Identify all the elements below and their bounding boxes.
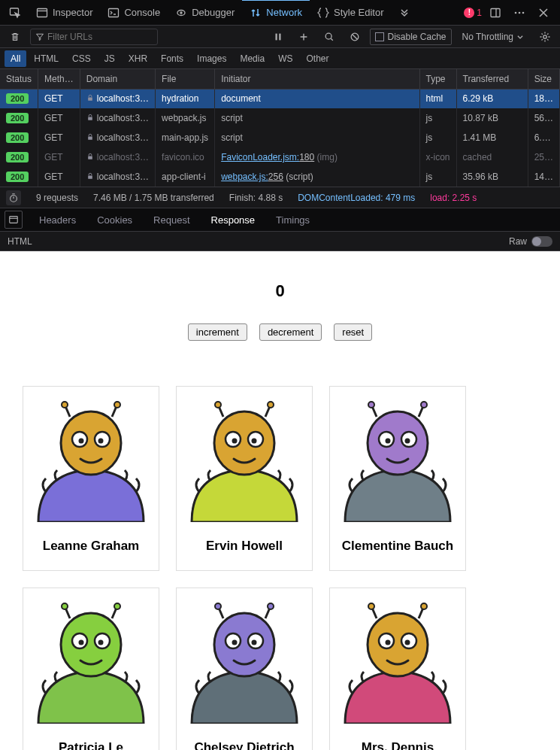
tab-debugger[interactable]: Debugger — [168, 0, 242, 26]
cell-size: 56… — [528, 108, 559, 128]
table-row[interactable]: 200GETlocalhost:3…favicon.icoFaviconLoad… — [0, 147, 560, 167]
tab-console[interactable]: Console — [100, 0, 168, 26]
meatball-button[interactable] — [509, 2, 530, 23]
filter-css[interactable]: CSS — [66, 50, 97, 67]
tab-picker[interactable] — [2, 0, 29, 26]
user-card[interactable]: Chelsey Dietrich — [176, 588, 313, 750]
col-initiator[interactable]: Initiator — [215, 69, 419, 89]
decrement-button[interactable]: decrement — [259, 323, 322, 341]
col-status[interactable]: Status — [0, 69, 38, 89]
response-type-label: HTML — [8, 236, 32, 247]
filter-fonts[interactable]: Fonts — [155, 50, 189, 67]
tab-styleeditor[interactable]: Style Editor — [310, 0, 391, 26]
cell-transferred: 35.96 kB — [456, 167, 528, 187]
devtools-tabs: Inspector Console Debugger Network Style… — [0, 0, 560, 26]
svg-point-28 — [114, 402, 120, 408]
col-file[interactable]: File — [156, 69, 215, 89]
search-icon — [324, 32, 334, 42]
svg-point-30 — [214, 411, 274, 475]
gear-icon — [539, 31, 551, 43]
svg-rect-17 — [88, 156, 92, 159]
status-badge: 200 — [6, 132, 29, 143]
filter-html[interactable]: HTML — [28, 50, 65, 67]
table-row[interactable]: 200GETlocalhost:3…webpack.jsscriptjs10.8… — [0, 108, 560, 128]
svg-point-66 — [405, 640, 410, 645]
close-icon — [537, 7, 549, 19]
detail-tab-timings[interactable]: Timings — [267, 210, 319, 230]
filter-ws[interactable]: WS — [272, 50, 298, 67]
svg-point-22 — [61, 411, 121, 475]
user-card[interactable]: Patricia Le — [23, 588, 159, 750]
detail-tab-cookies[interactable]: Cookies — [88, 210, 141, 230]
filter-xhr[interactable]: XHR — [123, 50, 153, 67]
cell-type: js — [419, 128, 456, 147]
initiator-link[interactable]: FaviconLoader.jsm: — [221, 152, 299, 162]
toggle-details-button[interactable] — [5, 211, 23, 229]
user-card[interactable]: Clementine Bauch — [329, 386, 466, 571]
svg-point-26 — [98, 439, 104, 444]
clear-button[interactable] — [5, 26, 26, 47]
user-card[interactable]: Ervin Howell — [176, 386, 313, 571]
disable-cache-toggle[interactable]: Disable Cache — [370, 29, 451, 45]
block-icon — [350, 32, 360, 42]
tab-inspector[interactable]: Inspector — [29, 0, 100, 26]
user-card[interactable]: Mrs. Dennis — [329, 588, 466, 750]
pause-icon — [273, 32, 283, 42]
col-domain[interactable]: Domain — [80, 69, 155, 89]
add-button[interactable] — [293, 26, 314, 47]
svg-point-43 — [368, 402, 374, 408]
svg-point-35 — [215, 402, 221, 408]
close-button[interactable] — [533, 2, 554, 23]
tab-overflow[interactable] — [391, 0, 418, 26]
cell-initiator: FaviconLoader.jsm:180 (img) — [215, 147, 419, 167]
increment-button[interactable]: increment — [188, 323, 247, 341]
reset-button[interactable]: reset — [334, 323, 372, 341]
raw-label: Raw — [509, 236, 527, 247]
perf-button[interactable] — [6, 190, 21, 205]
filter-urls-input[interactable] — [47, 32, 153, 42]
throttling-select[interactable]: No Throttling — [456, 32, 530, 42]
col-type[interactable]: Type — [419, 69, 456, 89]
cell-file: webpack.js — [156, 108, 215, 128]
col-method[interactable]: Meth… — [38, 69, 80, 89]
col-size[interactable]: Size — [528, 69, 559, 89]
detail-tab-response[interactable]: Response — [202, 210, 265, 230]
tab-network[interactable]: Network — [242, 0, 310, 25]
inspector-icon — [36, 7, 48, 19]
pause-button[interactable] — [268, 26, 289, 47]
filter-js[interactable]: JS — [98, 50, 121, 67]
table-row[interactable]: 200GETlocalhost:3…hydrationdocumenthtml6… — [0, 89, 560, 108]
user-name: Leanne Graham — [23, 522, 159, 570]
filter-urls-wrap[interactable] — [30, 29, 158, 45]
load-time: load: 2.25 s — [430, 193, 477, 203]
cell-size: 18… — [528, 89, 559, 108]
filter-other[interactable]: Other — [300, 50, 334, 67]
cell-domain: localhost:3… — [80, 147, 155, 167]
response-body[interactable]: 0 increment decrement reset Leanne Graha… — [0, 251, 560, 750]
dock-button[interactable] — [485, 2, 506, 23]
cell-method: GET — [38, 108, 80, 128]
error-count-badge[interactable]: ! 1 — [464, 8, 482, 18]
avatar — [330, 588, 465, 724]
filter-media[interactable]: Media — [234, 50, 271, 67]
response-header: HTML Raw — [0, 232, 560, 251]
block-button[interactable] — [344, 26, 365, 47]
detail-tab-request[interactable]: Request — [144, 210, 198, 230]
raw-toggle[interactable]: Raw — [509, 236, 552, 247]
search-button[interactable] — [319, 26, 340, 47]
filter-all[interactable]: All — [5, 50, 26, 67]
tab-label: Network — [266, 7, 302, 18]
table-row[interactable]: 200GETlocalhost:3…main-app.jsscriptjs1.4… — [0, 128, 560, 147]
filter-images[interactable]: Images — [191, 50, 232, 67]
col-transferred[interactable]: Transferred — [456, 69, 528, 89]
initiator-link[interactable]: webpack.js: — [221, 172, 268, 182]
settings-button[interactable] — [534, 26, 555, 47]
user-card[interactable]: Leanne Graham — [23, 386, 159, 571]
table-row[interactable]: 200GETlocalhost:3…app-client-iwebpack.js… — [0, 167, 560, 187]
lock-icon — [86, 93, 94, 104]
svg-point-67 — [368, 603, 374, 609]
cell-file: favicon.ico — [156, 147, 215, 167]
lock-icon — [86, 132, 94, 143]
svg-point-52 — [114, 603, 120, 609]
detail-tab-headers[interactable]: Headers — [30, 210, 85, 230]
